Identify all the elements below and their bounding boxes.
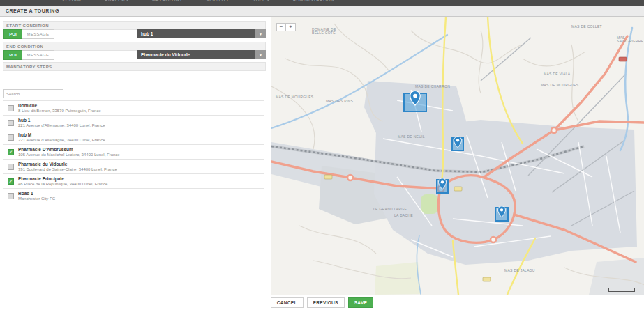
- step-checkbox[interactable]: ✓: [8, 178, 14, 185]
- map-place-label: MAS DE CHARRON: [415, 85, 450, 88]
- steps-search-input[interactable]: [3, 89, 63, 98]
- chevron-down-icon[interactable]: ▼: [255, 29, 266, 38]
- page-header: CREATE A TOURING: [0, 6, 644, 17]
- end-condition-value: Pharmacie du Vidourle: [137, 50, 255, 59]
- map-place-label: MAS DE NEUIL: [398, 135, 425, 139]
- map-basemap: [271, 17, 644, 295]
- start-condition-dropdown[interactable]: hub 1 ▼: [137, 29, 266, 38]
- zoom-in-button[interactable]: +: [286, 23, 296, 31]
- end-poi-button[interactable]: POI: [3, 50, 22, 60]
- map-place-label: MAS DE MOURGUES: [276, 95, 314, 99]
- list-item[interactable]: Pharmacie du Vidourle391 Boulevard de Sa…: [3, 160, 264, 174]
- map-place-label: MAS DE VIALA: [544, 72, 570, 76]
- pin-icon: [454, 136, 463, 148]
- step-checkbox[interactable]: [8, 105, 14, 111]
- touring-form-panel: START CONDITION POI MESSAGE hub 1 ▼ END …: [0, 17, 267, 295]
- start-message-button[interactable]: MESSAGE: [22, 29, 54, 39]
- list-item[interactable]: ✓Pharmacie D'Ambrussum105 Avenue du Maré…: [3, 145, 264, 160]
- step-name: hub 1: [18, 118, 105, 123]
- cancel-button[interactable]: CANCEL: [271, 297, 304, 308]
- start-poi-button[interactable]: POI: [3, 29, 22, 39]
- step-checkbox[interactable]: [8, 193, 14, 199]
- list-item[interactable]: hub M221 Avenue d'Allemagne, 34400 Lunel…: [3, 130, 264, 145]
- nav-item-system[interactable]: SYSTEM: [61, 0, 81, 2]
- step-checkbox[interactable]: [8, 120, 14, 126]
- map-marker-pin[interactable]: [451, 137, 464, 151]
- step-name: hub M: [18, 132, 105, 138]
- step-address: 221 Avenue d'Allemagne, 34400 Lunel, Fra…: [18, 123, 105, 128]
- pin-icon: [497, 206, 507, 218]
- nav-item-metrology[interactable]: METROLOGY: [152, 0, 183, 2]
- step-address: 221 Avenue d'Allemagne, 34400 Lunel, Fra…: [18, 138, 105, 143]
- step-address: 8 Lieu-dit Bernon, 33570 Puisseguin, Fra…: [18, 109, 101, 114]
- end-condition-toggle: POI MESSAGE: [3, 50, 54, 60]
- start-condition-label: START CONDITION: [3, 24, 49, 28]
- step-checkbox[interactable]: [8, 134, 14, 141]
- map-marker-pin[interactable]: [436, 179, 449, 194]
- zoom-out-button[interactable]: −: [276, 23, 286, 31]
- create-touring-screen: SYSTEMANALYSISMETROLOGYMOBILITYTOOLSADMI…: [0, 0, 644, 310]
- end-condition-dropdown[interactable]: Pharmacie du Vidourle ▼: [137, 50, 266, 59]
- step-name: Pharmacie D'Ambrussum: [18, 147, 120, 153]
- save-button[interactable]: SAVE: [348, 297, 373, 308]
- nav-item-mobility[interactable]: MOBILITY: [207, 0, 230, 2]
- map-zoom-controls: − +: [276, 23, 296, 31]
- step-checkbox[interactable]: [8, 164, 14, 170]
- start-condition-value: hub 1: [137, 29, 255, 38]
- step-checkbox[interactable]: ✓: [8, 149, 14, 155]
- map-place-label: MAS SAINT-PIERRE: [617, 36, 643, 43]
- map-marker-pin[interactable]: [495, 207, 509, 222]
- list-item[interactable]: ✓Pharmacie Principale46 Place de la Répu…: [3, 174, 264, 189]
- step-address: 105 Avenue du Maréchal Leclerc, 34400 Lu…: [18, 153, 120, 157]
- map-place-label: MAS DE COLLET: [571, 25, 602, 29]
- nav-item-analysis[interactable]: ANALYSIS: [105, 0, 128, 2]
- map-canvas[interactable]: DOMAINE DE BELLE COTEMAS DE MOURGUESMAS …: [271, 17, 644, 295]
- mandatory-steps-header: MANDATORY STEPS: [3, 62, 266, 71]
- map-scale-bar: [608, 288, 635, 292]
- mandatory-steps-list: Domicile8 Lieu-dit Bernon, 33570 Puisseg…: [3, 100, 264, 203]
- previous-button[interactable]: PREVIOUS: [307, 297, 345, 308]
- start-condition-toggle: POI MESSAGE: [3, 29, 54, 39]
- map-place-label: MAS DE JALADU: [504, 269, 535, 272]
- list-item[interactable]: Road 1Manchester City FC: [3, 189, 264, 203]
- step-address: 391 Boulevard de Sainte-Claire, 34400 Lu…: [18, 167, 117, 172]
- map-place-label: DOMAINE DE BELLE COTE: [312, 28, 336, 35]
- chevron-down-icon[interactable]: ▼: [255, 50, 266, 59]
- step-name: Pharmacie Principale: [18, 176, 107, 182]
- top-navigation-bar: SYSTEMANALYSISMETROLOGYMOBILITYTOOLSADMI…: [0, 0, 644, 6]
- mandatory-steps-label: MANDATORY STEPS: [3, 65, 52, 69]
- step-address: 46 Place de la République, 34400 Lunel, …: [18, 182, 107, 187]
- pin-icon: [438, 178, 447, 190]
- map-place-label: LE GRAND LARGE: [373, 208, 407, 211]
- step-address: Manchester City FC: [18, 196, 55, 201]
- page-title: CREATE A TOURING: [0, 8, 59, 13]
- pin-icon: [410, 90, 421, 107]
- map-place-label: MAS DE MOURGUES: [541, 84, 579, 87]
- end-message-button[interactable]: MESSAGE: [22, 50, 54, 60]
- step-name: Road 1: [18, 191, 55, 196]
- map-marker-pin[interactable]: [403, 93, 427, 112]
- step-name: Domicile: [18, 103, 101, 109]
- nav-item-tools[interactable]: TOOLS: [253, 0, 269, 2]
- end-condition-label: END CONDITION: [3, 45, 43, 49]
- list-item[interactable]: hub 1221 Avenue d'Allemagne, 34400 Lunel…: [3, 116, 264, 130]
- map-place-label: LA BACHE: [394, 214, 413, 217]
- nav-item-administration[interactable]: ADMINISTRATION: [293, 0, 334, 2]
- footer-actions: CANCEL PREVIOUS SAVE: [0, 295, 644, 310]
- list-item[interactable]: Domicile8 Lieu-dit Bernon, 33570 Puisseg…: [3, 100, 264, 116]
- map-place-label: MAS DES PINS: [326, 100, 353, 103]
- step-name: Pharmacie du Vidourle: [18, 162, 117, 167]
